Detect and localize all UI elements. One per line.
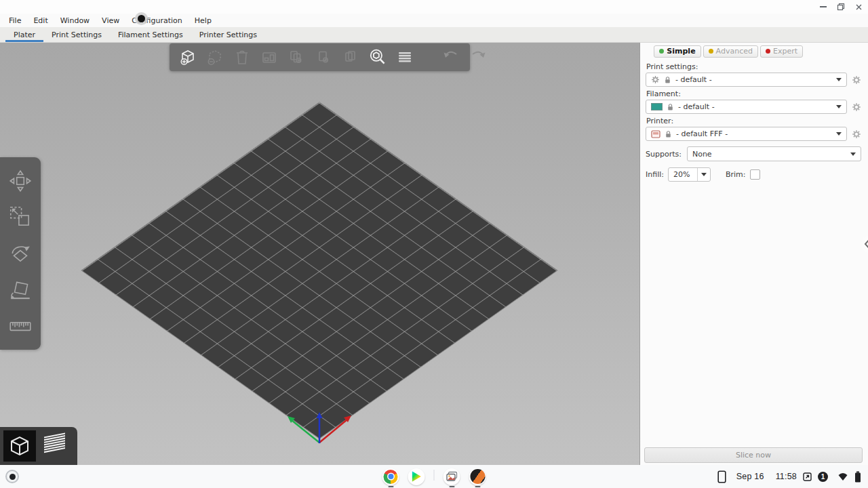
place-on-face-tool-icon (7, 277, 33, 303)
filament-gear-button[interactable] (851, 102, 861, 112)
chevron-left-icon (864, 239, 868, 249)
remove-object-button[interactable] (203, 46, 226, 69)
minimize-button[interactable] (818, 1, 829, 12)
layers-button[interactable] (393, 46, 416, 69)
redo-button[interactable] (467, 46, 490, 69)
redo-icon (468, 47, 488, 68)
mode-simple-label: Simple (667, 47, 695, 56)
chevron-down-icon (850, 152, 856, 156)
lock-icon (664, 129, 673, 139)
slice-now-label: Slice now (736, 451, 771, 460)
measure-tool-button[interactable] (5, 311, 35, 341)
tabbar: Plater Print Settings Filament Settings … (0, 27, 868, 43)
left-tool-palette (0, 157, 41, 350)
supports-combo[interactable]: None (687, 146, 861, 161)
slic3r-icon (470, 469, 485, 484)
menubar: File Edit Window View Configuration Help (0, 14, 868, 27)
delete-all-button[interactable] (231, 46, 254, 69)
move-tool-icon (7, 168, 33, 194)
mouse-cursor (138, 15, 145, 22)
place-on-face-tool-button[interactable] (5, 275, 35, 305)
filament-label: Filament: (646, 89, 861, 98)
3d-view-cube-icon (6, 432, 33, 460)
tab-print-settings[interactable]: Print Settings (43, 27, 110, 42)
print-settings-combo[interactable]: - default - (646, 73, 847, 87)
infill-combo[interactable]: 20% (668, 167, 711, 182)
slice-now-button[interactable]: Slice now (644, 447, 863, 463)
cog-icon (651, 75, 660, 84)
menu-window[interactable]: Window (54, 14, 96, 27)
set-copies-button[interactable] (339, 46, 362, 69)
brim-label: Brim: (726, 170, 746, 179)
menu-file[interactable]: File (3, 14, 27, 27)
lock-icon (663, 75, 672, 85)
filament-color-swatch (651, 103, 663, 110)
origin-axes-icon (285, 411, 353, 445)
panel-spacer (646, 182, 861, 447)
battery-icon (854, 471, 861, 483)
chrome-app-button[interactable] (382, 468, 399, 487)
chevron-down-icon (701, 173, 707, 176)
add-object-button[interactable] (176, 46, 199, 69)
tab-printer-settings[interactable]: Printer Settings (191, 27, 265, 42)
delete-all-icon (232, 47, 252, 68)
launcher-button[interactable] (5, 470, 19, 483)
brim-checkbox[interactable] (750, 169, 760, 180)
gear-icon (852, 129, 861, 139)
screen: File Edit Window View Configuration Help… (0, 0, 868, 488)
panel-collapse-handle[interactable] (858, 235, 868, 253)
mode-expert-button[interactable]: Expert (760, 45, 803, 58)
minimize-icon (820, 6, 827, 7)
mode-simple-button[interactable]: Simple (654, 45, 701, 58)
printer-value: - default FFF - (676, 129, 728, 138)
windows-app-button[interactable] (443, 468, 460, 487)
layers-view-button[interactable] (39, 430, 71, 462)
phone-icon (717, 470, 726, 483)
chevron-down-icon (836, 78, 842, 81)
menu-configuration[interactable]: Configuration (125, 14, 189, 27)
set-copies-icon (340, 47, 361, 68)
settings-panel: Simple Advanced Expert Print settings: (639, 43, 868, 465)
measure-tool-icon (7, 313, 33, 339)
printer-icon (651, 130, 660, 138)
arrange-button[interactable] (258, 46, 281, 69)
menu-help[interactable]: Help (189, 14, 218, 27)
chevron-down-icon (836, 132, 842, 136)
undo-button[interactable] (439, 46, 462, 69)
layers-view-icon (39, 431, 71, 461)
more-copies-button[interactable] (285, 46, 308, 69)
menu-edit[interactable]: Edit (27, 14, 54, 27)
rotate-tool-button[interactable] (5, 239, 35, 268)
slic3r-app-button[interactable] (469, 468, 486, 487)
move-tool-button[interactable] (5, 166, 35, 196)
tab-filament-settings[interactable]: Filament Settings (110, 27, 191, 42)
3d-view-button[interactable] (3, 430, 36, 462)
mode-expert-label: Expert (773, 47, 797, 56)
mode-advanced-button[interactable]: Advanced (703, 45, 758, 58)
printer-gear-button[interactable] (851, 129, 861, 139)
print-bed (81, 102, 558, 439)
system-tray[interactable]: Sep 16 11:58 1 (717, 465, 861, 488)
launcher-icon (9, 474, 16, 480)
printer-combo[interactable]: - default FFF - (646, 127, 847, 141)
scale-tool-icon (7, 204, 33, 230)
scale-tool-button[interactable] (5, 202, 35, 232)
zoom-button[interactable] (366, 46, 389, 69)
3d-viewport[interactable] (0, 43, 639, 465)
menu-view[interactable]: View (96, 14, 125, 27)
print-settings-gear-button[interactable] (851, 75, 861, 85)
lock-icon (666, 102, 675, 112)
tray-time: 11:58 (776, 472, 797, 481)
restore-button[interactable] (835, 1, 846, 12)
zoom-icon (367, 47, 389, 68)
fewer-copies-button[interactable] (312, 46, 335, 69)
tab-plater[interactable]: Plater (5, 27, 43, 42)
tray-date: Sep 16 (736, 472, 764, 481)
infill-label: Infill: (646, 170, 664, 179)
chrome-icon (384, 470, 398, 484)
play-store-app-button[interactable] (408, 468, 425, 487)
shelf-separator (434, 470, 435, 481)
titlebar (0, 0, 868, 14)
filament-combo[interactable]: - default - (646, 100, 847, 114)
close-button[interactable] (853, 1, 864, 12)
